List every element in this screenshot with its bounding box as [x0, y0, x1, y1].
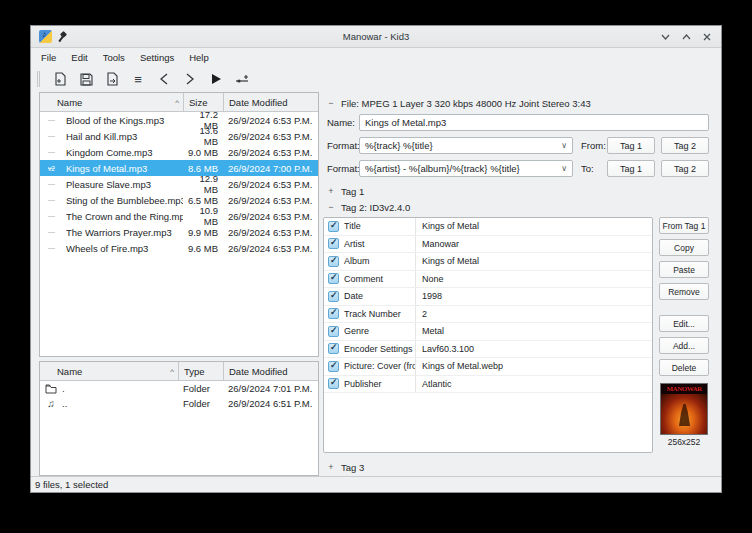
- previous-file-icon[interactable]: [153, 68, 175, 90]
- format-from-filename-combo[interactable]: %{track} %{title} ∨: [359, 137, 573, 154]
- frame-checkbox[interactable]: [328, 378, 339, 389]
- tag-editor-panel: − File: MPEG 1 Layer 3 320 kbps 48000 Hz…: [323, 92, 709, 476]
- filename-input[interactable]: Kings of Metal.mp3: [359, 114, 709, 131]
- frame-value-cell[interactable]: Kings of Metal: [416, 221, 652, 231]
- frame-checkbox[interactable]: [328, 326, 339, 337]
- file-info-text: File: MPEG 1 Layer 3 320 kbps 48000 Hz J…: [341, 98, 591, 109]
- seek-icon[interactable]: [231, 68, 253, 90]
- from-tag-1-button[interactable]: From Tag 1: [659, 217, 709, 234]
- column-header-date-modified[interactable]: Date Modified: [223, 362, 318, 380]
- frame-value-cell[interactable]: Atlantic: [416, 379, 652, 389]
- frame-checkbox[interactable]: [328, 221, 339, 232]
- open-file-icon[interactable]: [49, 68, 71, 90]
- pin-icon[interactable]: [59, 31, 69, 43]
- file-section-header[interactable]: − File: MPEG 1 Layer 3 320 kbps 48000 Hz…: [323, 95, 709, 111]
- minimize-button[interactable]: [659, 31, 671, 43]
- close-button[interactable]: [701, 31, 713, 43]
- to-tag2-button[interactable]: Tag 2: [661, 160, 709, 177]
- album-cover-thumbnail[interactable]: MANOWAR: [660, 383, 708, 435]
- toolbar-grip[interactable]: [37, 71, 40, 87]
- to-tag1-button[interactable]: Tag 1: [607, 160, 655, 177]
- next-file-icon[interactable]: [179, 68, 201, 90]
- tag2-section-header[interactable]: − Tag 2: ID3v2.4.0: [323, 199, 709, 215]
- tag-frame-row[interactable]: Comment None: [324, 271, 652, 289]
- menu-file[interactable]: File: [41, 52, 56, 63]
- column-header-name[interactable]: Name ^: [40, 366, 178, 377]
- tag-frame-row[interactable]: Date 1998: [324, 288, 652, 306]
- frame-checkbox[interactable]: [328, 308, 339, 319]
- file-table-row[interactable]: Pleasure Slave.mp3 12.9 MB 26/9/2024 6:5…: [40, 176, 318, 192]
- frame-checkbox[interactable]: [328, 256, 339, 267]
- frame-checkbox[interactable]: [328, 361, 339, 372]
- statusbar: 9 files, 1 selected: [31, 476, 721, 492]
- app-icon: [39, 30, 52, 43]
- name-label: Name:: [323, 117, 359, 128]
- tag3-section-header[interactable]: + Tag 3: [323, 459, 709, 475]
- tag-frame-row[interactable]: Track Number 2: [324, 306, 652, 324]
- column-header-date-modified[interactable]: Date Modified: [223, 93, 318, 111]
- tag1-section-header[interactable]: + Tag 1: [323, 183, 709, 199]
- file-name: Wheels of Fire.mp3: [66, 243, 183, 254]
- edit-button[interactable]: Edit...: [659, 315, 709, 332]
- frame-value-cell[interactable]: None: [416, 274, 652, 284]
- playlist-icon[interactable]: ≡: [127, 68, 149, 90]
- copy-button[interactable]: Copy: [659, 239, 709, 256]
- remove-button[interactable]: Remove: [659, 283, 709, 300]
- file-table-row[interactable]: The Warriors Prayer.mp3 9.9 MB 26/9/2024…: [40, 224, 318, 240]
- column-header-name[interactable]: Name ^: [40, 97, 183, 108]
- column-header-type[interactable]: Type: [178, 362, 223, 380]
- tag3-label: Tag 3: [341, 462, 364, 473]
- from-tag2-button[interactable]: Tag 2: [661, 137, 709, 154]
- menu-settings[interactable]: Settings: [140, 52, 174, 63]
- kid3-window: Manowar - Kid3 File Edit Tools Settings …: [30, 25, 722, 493]
- tag-frame-row[interactable]: Title Kings of Metal: [324, 218, 652, 236]
- revert-icon[interactable]: [101, 68, 123, 90]
- tag-frame-row[interactable]: Artist Manowar: [324, 236, 652, 254]
- left-column: Name ^ Size Date Modified Blood of the K…: [39, 92, 319, 476]
- tag-frame-row[interactable]: Genre Metal: [324, 323, 652, 341]
- maximize-button[interactable]: [680, 31, 692, 43]
- frame-checkbox[interactable]: [328, 273, 339, 284]
- file-table-row[interactable]: v2 Kings of Metal.mp3 8.6 MB 26/9/2024 7…: [40, 160, 318, 176]
- from-tag1-button[interactable]: Tag 1: [607, 137, 655, 154]
- frame-value-cell[interactable]: Kings of Metal: [416, 256, 652, 266]
- delete-button[interactable]: Delete: [659, 359, 709, 376]
- cover-band-text: MANOWAR: [661, 385, 707, 393]
- file-table-row[interactable]: Sting of the Bumblebee.mp3 6.5 MB 26/9/2…: [40, 192, 318, 208]
- directory-row[interactable]: ♫ .. Folder 26/9/2024 6:51 P.M.: [40, 396, 318, 411]
- directory-row[interactable]: ♫ . Folder 26/9/2024 7:01 P.M.: [40, 381, 318, 396]
- titlebar[interactable]: Manowar - Kid3: [31, 26, 721, 48]
- paste-button[interactable]: Paste: [659, 261, 709, 278]
- collapse-icon: −: [327, 202, 335, 212]
- file-table-row[interactable]: Hail and Kill.mp3 13.6 MB 26/9/2024 6:53…: [40, 128, 318, 144]
- frame-value-cell[interactable]: Manowar: [416, 239, 652, 249]
- frame-checkbox[interactable]: [328, 238, 339, 249]
- save-icon[interactable]: [75, 68, 97, 90]
- tag-frame-row[interactable]: Album Kings of Metal: [324, 253, 652, 271]
- directory-date-modified: 26/9/2024 6:51 P.M.: [223, 398, 318, 409]
- play-icon[interactable]: [205, 68, 227, 90]
- menu-tools[interactable]: Tools: [103, 52, 125, 63]
- menu-help[interactable]: Help: [189, 52, 209, 63]
- frame-value-cell[interactable]: Lavf60.3.100: [416, 344, 652, 354]
- add-button[interactable]: Add...: [659, 337, 709, 354]
- tag-frame-row[interactable]: Picture: Cover (front) Kings of Metal.we…: [324, 358, 652, 376]
- menu-edit[interactable]: Edit: [71, 52, 87, 63]
- frame-value-cell[interactable]: 2: [416, 309, 652, 319]
- frame-checkbox[interactable]: [328, 343, 339, 354]
- frame-value-cell[interactable]: Kings of Metal.webp: [416, 361, 652, 371]
- frame-name: Publisher: [344, 379, 382, 389]
- frame-name: Album: [344, 256, 370, 266]
- format-to-filename-combo[interactable]: %{artist} - %{album}/%{track} %{title} ∨: [359, 160, 573, 177]
- file-table-row[interactable]: The Crown and the Ring.mp3 10.9 MB 26/9/…: [40, 208, 318, 224]
- file-date-modified: 26/9/2024 6:53 P.M.: [223, 243, 318, 254]
- file-date-modified: 26/9/2024 6:53 P.M.: [223, 147, 318, 158]
- frame-value-cell[interactable]: 1998: [416, 291, 652, 301]
- frame-checkbox[interactable]: [328, 291, 339, 302]
- tag-frame-row[interactable]: Encoder Settings Lavf60.3.100: [324, 341, 652, 359]
- file-table-row[interactable]: Blood of the Kings.mp3 17.2 MB 26/9/2024…: [40, 112, 318, 128]
- frame-value-cell[interactable]: Metal: [416, 326, 652, 336]
- file-table-row[interactable]: Wheels of Fire.mp3 9.6 MB 26/9/2024 6:53…: [40, 240, 318, 256]
- file-table-row[interactable]: Kingdom Come.mp3 9.0 MB 26/9/2024 6:53 P…: [40, 144, 318, 160]
- tag-frame-row[interactable]: Publisher Atlantic: [324, 376, 652, 394]
